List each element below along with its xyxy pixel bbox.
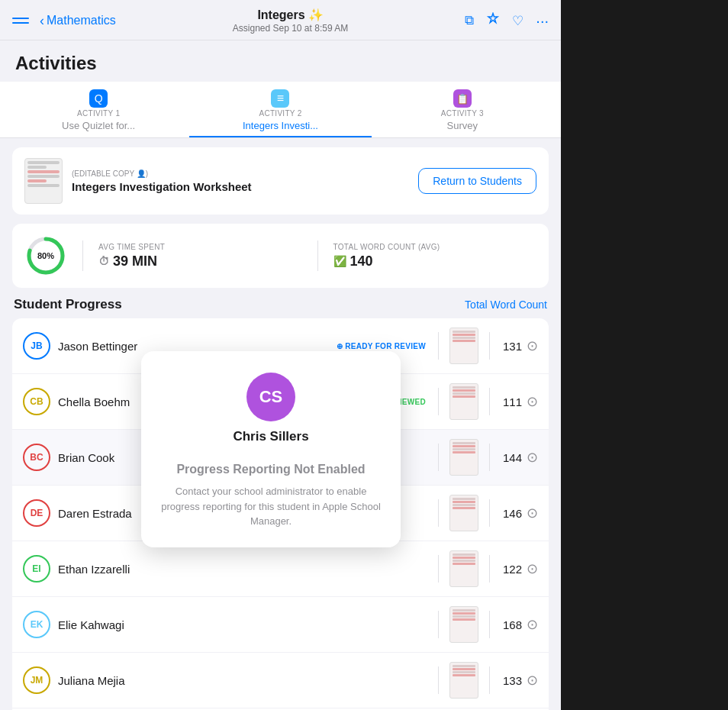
popup-student-name: Chris Sillers xyxy=(159,429,382,444)
popup-avatar: CS xyxy=(246,373,295,421)
popup-description: Contact your school administrator to ena… xyxy=(159,484,382,529)
popup-title: Progress Reporting Not Enabled xyxy=(159,463,382,476)
progress-reporting-popup: CS Chris Sillers Progress Reporting Not … xyxy=(141,351,401,547)
right-panel xyxy=(561,0,728,710)
popup-overlay: CS Chris Sillers Progress Reporting Not … xyxy=(0,0,561,710)
main-panel: ‹ Mathematics Integers ✨ Assigned Sep 10… xyxy=(0,0,561,710)
